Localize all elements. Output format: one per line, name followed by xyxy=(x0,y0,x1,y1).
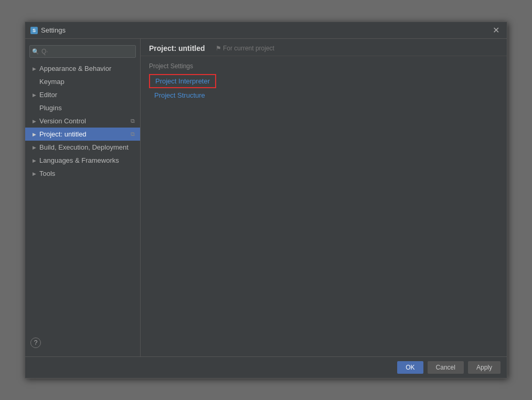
title-bar-left: S Settings xyxy=(30,26,66,34)
arrow-icon: ▶ xyxy=(33,119,36,124)
sidebar-item-label: Appearance & Behavior xyxy=(39,65,111,72)
sidebar-item-languages[interactable]: ▶ Languages & Frameworks xyxy=(25,154,140,167)
sidebar-item-label: Tools xyxy=(39,170,55,177)
arrow-icon: ▶ xyxy=(33,158,36,163)
project-interpreter-item[interactable]: Project Interpreter xyxy=(149,74,216,88)
sidebar-item-label: Plugins xyxy=(39,104,62,112)
search-box: 🔍 xyxy=(29,45,136,58)
sidebar-item-keymap[interactable]: ▶ Keymap xyxy=(25,75,140,88)
sidebar-item-project-untitled[interactable]: ▶ Project: untitled ⧉ xyxy=(25,128,140,141)
folder-icon: ⧉ xyxy=(131,118,135,124)
project-structure-item[interactable]: Project Structure xyxy=(149,90,498,100)
cancel-button[interactable]: Cancel xyxy=(428,361,464,374)
sidebar-item-label: Editor xyxy=(39,91,57,99)
content-body: Project Settings Project Interpreter Pro… xyxy=(141,56,507,356)
sidebar-item-label: Project: untitled xyxy=(39,130,87,138)
sidebar: 🔍 ▶ Appearance & Behavior ▶ Keymap ▶ Edi… xyxy=(25,39,141,356)
main-area: 🔍 ▶ Appearance & Behavior ▶ Keymap ▶ Edi… xyxy=(25,39,507,356)
section-label: Project Settings xyxy=(149,62,498,70)
arrow-icon: ▶ xyxy=(33,171,36,176)
search-icon: 🔍 xyxy=(32,48,39,55)
close-button[interactable]: ✕ xyxy=(491,26,502,35)
help-button[interactable]: ? xyxy=(30,338,41,348)
app-icon: S xyxy=(30,27,38,34)
content-area: Project: untitled ⚑ For current project … xyxy=(141,39,507,356)
content-title: Project: untitled xyxy=(149,44,205,52)
ok-button[interactable]: OK xyxy=(397,361,423,374)
sidebar-item-label: Languages & Frameworks xyxy=(39,156,119,164)
search-input[interactable] xyxy=(29,45,136,58)
window-title: Settings xyxy=(41,26,66,34)
sidebar-item-tools[interactable]: ▶ Tools xyxy=(25,167,140,180)
for-current-project: ⚑ For current project xyxy=(216,45,274,52)
sidebar-item-label: Version Control xyxy=(39,117,86,125)
sidebar-item-label: Keymap xyxy=(39,78,65,86)
apply-button[interactable]: Apply xyxy=(468,361,501,374)
sidebar-item-appearance[interactable]: ▶ Appearance & Behavior xyxy=(25,62,140,75)
arrow-icon: ▶ xyxy=(33,66,36,71)
arrow-icon: ▶ xyxy=(33,132,36,137)
settings-window: S Settings ✕ 🔍 ▶ Appearance & Behavior ▶… xyxy=(25,22,507,378)
sidebar-item-build[interactable]: ▶ Build, Execution, Deployment xyxy=(25,141,140,154)
arrow-icon: ▶ xyxy=(33,92,36,98)
footer: OK Cancel Apply xyxy=(25,356,507,378)
content-header: Project: untitled ⚑ For current project xyxy=(141,39,507,56)
sidebar-item-version-control[interactable]: ▶ Version Control ⧉ xyxy=(25,114,140,128)
title-bar: S Settings ✕ xyxy=(25,22,507,39)
sidebar-bottom: ? xyxy=(25,333,140,352)
arrow-icon: ▶ xyxy=(33,145,36,150)
sidebar-item-editor[interactable]: ▶ Editor xyxy=(25,88,140,101)
sidebar-item-plugins[interactable]: ▶ Plugins xyxy=(25,101,140,114)
folder-icon: ⧉ xyxy=(131,131,135,138)
sidebar-item-label: Build, Execution, Deployment xyxy=(39,143,129,151)
